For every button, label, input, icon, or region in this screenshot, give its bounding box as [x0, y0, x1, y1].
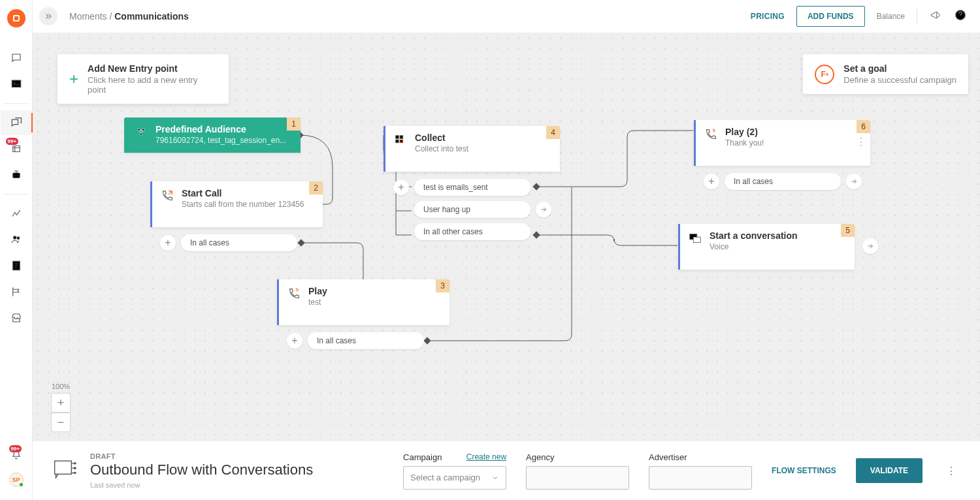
entry-sub: Click here to add a new entry point — [88, 75, 217, 95]
branch-chip[interactable]: In all cases — [725, 173, 841, 190]
topbar: Moments / Communications PRICING ADD FUN… — [33, 0, 980, 33]
node-number: 3 — [436, 279, 449, 292]
svg-rect-10 — [423, 337, 431, 344]
nav-item-bot[interactable] — [1, 163, 32, 187]
node-predefined-audience[interactable]: 1 Predefined Audience 79616092724, test_… — [124, 117, 301, 153]
balance-label: Balance — [877, 12, 905, 21]
node-start-call[interactable]: 2 Start Call Starts call from the number… — [150, 181, 323, 227]
avatar[interactable]: SP — [9, 473, 24, 487]
zoom-control: 100% + − — [51, 383, 71, 432]
add-branch-button[interactable]: + — [160, 235, 176, 251]
announce-icon[interactable] — [929, 8, 942, 24]
add-entry-point-card[interactable]: + Add New Entry point Click here to add … — [57, 54, 229, 104]
bottom-bar: DRAFT Outbound Flow with Conversations L… — [33, 441, 980, 500]
svg-rect-18 — [400, 136, 403, 139]
nav-item-store[interactable] — [1, 305, 32, 330]
svg-rect-20 — [400, 140, 403, 143]
svg-rect-19 — [396, 140, 399, 143]
create-new-link[interactable]: Create new — [466, 452, 506, 461]
store-icon — [10, 312, 22, 324]
agency-input[interactable] — [526, 466, 629, 490]
play-icon — [703, 127, 719, 142]
pricing-link[interactable]: PRICING — [751, 12, 785, 21]
node-number: 4 — [546, 126, 560, 139]
moments-icon — [10, 116, 23, 129]
campaign-select[interactable]: Select a campaign — [403, 466, 506, 490]
svg-point-5 — [17, 237, 20, 240]
help-icon[interactable] — [954, 8, 967, 24]
svg-rect-22 — [693, 237, 700, 242]
docs-icon — [10, 260, 22, 272]
flow-saved: Last saved now — [90, 481, 313, 489]
goal-sub: Define a successful campaign — [843, 75, 956, 85]
node-menu-button[interactable]: ⋮ — [856, 136, 866, 148]
node-play[interactable]: 3 Play test — [277, 279, 449, 325]
branch-arrow-button[interactable] — [536, 202, 551, 217]
node-play-2[interactable]: 6 ⋮ Play (2) Thank you! — [694, 120, 870, 166]
node-start-conversation[interactable]: 5 Start a conversation Voice — [678, 224, 855, 270]
add-branch-button[interactable]: + — [287, 333, 302, 349]
reports-icon — [10, 286, 22, 298]
zoom-in-button[interactable]: + — [51, 393, 71, 413]
add-funds-button[interactable]: ADD FUNDS — [796, 6, 865, 27]
validate-button[interactable]: VALIDATE — [856, 458, 923, 483]
branch-chip[interactable]: In all other cases — [414, 223, 531, 240]
svg-rect-1 — [12, 173, 20, 178]
more-menu-button[interactable]: ⋮ — [942, 461, 960, 481]
zoom-level: 100% — [52, 383, 70, 390]
svg-point-26 — [74, 472, 76, 475]
node-number: 5 — [841, 224, 855, 237]
branch-chip[interactable]: test is emails_sent — [414, 179, 531, 196]
flow-settings-link[interactable]: FLOW SETTINGS — [772, 466, 836, 475]
goal-title: Set a goal — [843, 63, 956, 74]
node-number: 1 — [287, 117, 301, 131]
flow-name: Outbound Flow with Conversations — [90, 461, 313, 478]
flow-status: DRAFT — [90, 452, 313, 460]
node-collect[interactable]: 4 Collect Collect into test — [384, 126, 560, 172]
advertiser-input[interactable] — [649, 466, 752, 490]
nav-item-people[interactable] — [1, 227, 32, 252]
presence-dot — [19, 482, 24, 487]
branch-chip[interactable]: User hang up — [414, 201, 531, 218]
node-out-button[interactable] — [862, 238, 878, 254]
zoom-out-button[interactable]: − — [51, 413, 71, 432]
plus-icon: + — [69, 70, 78, 88]
node-number: 6 — [857, 120, 870, 133]
svg-point-16 — [140, 133, 142, 135]
branch-chip[interactable]: In all cases — [308, 332, 424, 349]
branch-arrow-button[interactable] — [846, 174, 862, 189]
analytics-icon — [10, 208, 22, 219]
svg-point-24 — [74, 462, 76, 465]
nav-item-reports[interactable] — [1, 279, 32, 304]
set-goal-card[interactable]: Fx Set a goal Define a successful campai… — [803, 54, 968, 94]
nav-item-docs[interactable] — [1, 253, 32, 278]
svg-point-2 — [14, 175, 16, 176]
app-logo[interactable] — [7, 9, 25, 27]
chevron-double-right-icon — [44, 12, 53, 21]
nav-item-1[interactable] — [1, 46, 32, 70]
flow-icon — [52, 455, 78, 486]
node-number: 2 — [309, 181, 323, 195]
nav-item-broadcast[interactable]: 99+ — [1, 136, 32, 161]
branch-chip[interactable]: In all cases — [181, 234, 297, 251]
people-icon — [10, 234, 22, 245]
nav-item-moments[interactable] — [1, 110, 32, 135]
svg-point-14 — [138, 129, 140, 131]
add-branch-button[interactable]: + — [393, 180, 409, 195]
chevron-down-icon — [491, 474, 499, 482]
advertiser-label: Advertiser — [649, 452, 687, 462]
play-icon — [286, 286, 302, 302]
conversation-icon — [687, 230, 703, 246]
flow-canvas[interactable]: + Add New Entry point Click here to add … — [33, 33, 980, 441]
nav-item-analytics[interactable] — [1, 201, 32, 226]
svg-rect-23 — [55, 461, 72, 474]
add-branch-button[interactable]: + — [704, 174, 719, 189]
collapse-button[interactable] — [39, 7, 57, 25]
badge-99-bell: 99+ — [9, 445, 22, 452]
bot-icon — [10, 169, 22, 181]
badge-99: 99+ — [6, 138, 19, 145]
svg-rect-17 — [396, 136, 399, 139]
notifications-bell[interactable]: 99+ — [10, 449, 22, 463]
svg-rect-0 — [12, 80, 21, 87]
nav-item-2[interactable] — [1, 72, 32, 97]
